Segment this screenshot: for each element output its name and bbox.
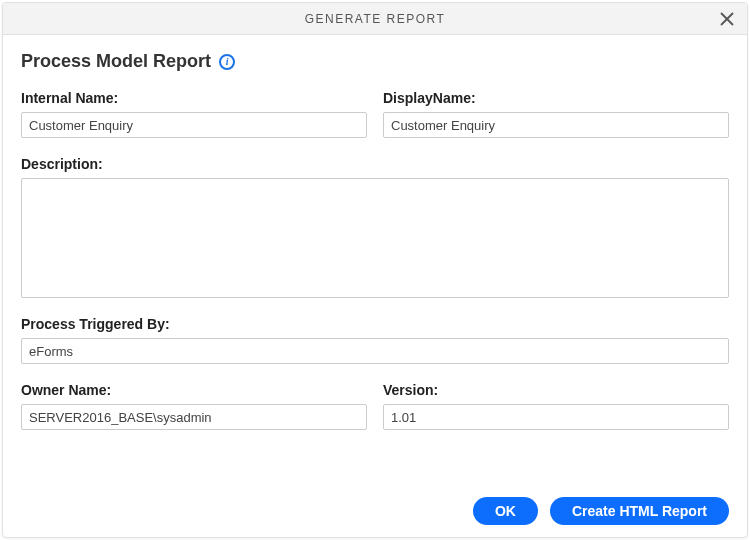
section-title: Process Model Report	[21, 51, 211, 72]
row-owner-version: Owner Name: Version:	[21, 382, 729, 430]
owner-name-input[interactable]	[21, 404, 367, 430]
dialog-body: Process Model Report i Internal Name: Di…	[3, 35, 747, 487]
row-description: Description:	[21, 156, 729, 298]
version-label: Version:	[383, 382, 729, 398]
row-internal-display: Internal Name: DisplayName:	[21, 90, 729, 138]
internal-name-label: Internal Name:	[21, 90, 367, 106]
generate-report-dialog: GENERATE REPORT Process Model Report i I…	[2, 2, 748, 538]
description-textarea[interactable]	[21, 178, 729, 298]
field-version: Version:	[383, 382, 729, 430]
dialog-title: GENERATE REPORT	[305, 12, 446, 26]
close-icon	[720, 12, 734, 26]
info-icon[interactable]: i	[219, 54, 235, 70]
field-display-name: DisplayName:	[383, 90, 729, 138]
row-process-triggered: Process Triggered By:	[21, 316, 729, 364]
create-html-report-button[interactable]: Create HTML Report	[550, 497, 729, 525]
display-name-label: DisplayName:	[383, 90, 729, 106]
dialog-footer: OK Create HTML Report	[3, 487, 747, 537]
display-name-input[interactable]	[383, 112, 729, 138]
field-description: Description:	[21, 156, 729, 298]
field-internal-name: Internal Name:	[21, 90, 367, 138]
process-triggered-by-label: Process Triggered By:	[21, 316, 729, 332]
dialog-header: GENERATE REPORT	[3, 3, 747, 35]
field-owner-name: Owner Name:	[21, 382, 367, 430]
version-input[interactable]	[383, 404, 729, 430]
process-triggered-by-input[interactable]	[21, 338, 729, 364]
field-process-triggered-by: Process Triggered By:	[21, 316, 729, 364]
ok-button[interactable]: OK	[473, 497, 538, 525]
internal-name-input[interactable]	[21, 112, 367, 138]
description-label: Description:	[21, 156, 729, 172]
section-title-row: Process Model Report i	[21, 51, 729, 72]
owner-name-label: Owner Name:	[21, 382, 367, 398]
close-button[interactable]	[715, 7, 739, 31]
